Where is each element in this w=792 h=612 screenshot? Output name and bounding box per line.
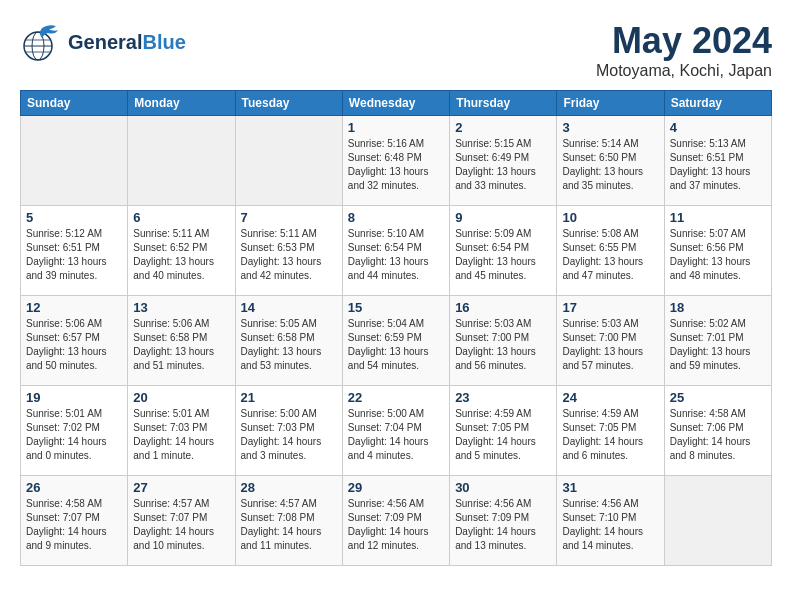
day-number: 24 xyxy=(562,390,658,405)
calendar-cell: 2Sunrise: 5:15 AM Sunset: 6:49 PM Daylig… xyxy=(450,116,557,206)
day-number: 10 xyxy=(562,210,658,225)
day-number: 26 xyxy=(26,480,122,495)
calendar-cell: 29Sunrise: 4:56 AM Sunset: 7:09 PM Dayli… xyxy=(342,476,449,566)
day-info: Sunrise: 4:59 AM Sunset: 7:05 PM Dayligh… xyxy=(455,407,551,463)
calendar-cell: 4Sunrise: 5:13 AM Sunset: 6:51 PM Daylig… xyxy=(664,116,771,206)
day-number: 1 xyxy=(348,120,444,135)
weekday-header-monday: Monday xyxy=(128,91,235,116)
day-number: 28 xyxy=(241,480,337,495)
day-number: 27 xyxy=(133,480,229,495)
page-header: GeneralBlue May 2024 Motoyama, Kochi, Ja… xyxy=(20,20,772,80)
calendar-cell: 3Sunrise: 5:14 AM Sunset: 6:50 PM Daylig… xyxy=(557,116,664,206)
calendar-cell: 5Sunrise: 5:12 AM Sunset: 6:51 PM Daylig… xyxy=(21,206,128,296)
day-number: 13 xyxy=(133,300,229,315)
day-number: 8 xyxy=(348,210,444,225)
day-number: 2 xyxy=(455,120,551,135)
day-info: Sunrise: 5:06 AM Sunset: 6:57 PM Dayligh… xyxy=(26,317,122,373)
logo: GeneralBlue xyxy=(20,20,186,64)
calendar-cell: 15Sunrise: 5:04 AM Sunset: 6:59 PM Dayli… xyxy=(342,296,449,386)
calendar-cell: 7Sunrise: 5:11 AM Sunset: 6:53 PM Daylig… xyxy=(235,206,342,296)
day-number: 11 xyxy=(670,210,766,225)
day-info: Sunrise: 4:57 AM Sunset: 7:07 PM Dayligh… xyxy=(133,497,229,553)
day-info: Sunrise: 4:56 AM Sunset: 7:10 PM Dayligh… xyxy=(562,497,658,553)
day-number: 6 xyxy=(133,210,229,225)
calendar-cell: 28Sunrise: 4:57 AM Sunset: 7:08 PM Dayli… xyxy=(235,476,342,566)
day-info: Sunrise: 5:12 AM Sunset: 6:51 PM Dayligh… xyxy=(26,227,122,283)
day-info: Sunrise: 5:01 AM Sunset: 7:03 PM Dayligh… xyxy=(133,407,229,463)
calendar-cell: 31Sunrise: 4:56 AM Sunset: 7:10 PM Dayli… xyxy=(557,476,664,566)
day-number: 30 xyxy=(455,480,551,495)
calendar-table: SundayMondayTuesdayWednesdayThursdayFrid… xyxy=(20,90,772,566)
month-title: May 2024 xyxy=(596,20,772,62)
day-number: 22 xyxy=(348,390,444,405)
weekday-header-tuesday: Tuesday xyxy=(235,91,342,116)
day-info: Sunrise: 5:16 AM Sunset: 6:48 PM Dayligh… xyxy=(348,137,444,193)
day-info: Sunrise: 4:57 AM Sunset: 7:08 PM Dayligh… xyxy=(241,497,337,553)
weekday-header-friday: Friday xyxy=(557,91,664,116)
day-info: Sunrise: 4:56 AM Sunset: 7:09 PM Dayligh… xyxy=(455,497,551,553)
calendar-cell xyxy=(235,116,342,206)
weekday-header-sunday: Sunday xyxy=(21,91,128,116)
day-info: Sunrise: 5:14 AM Sunset: 6:50 PM Dayligh… xyxy=(562,137,658,193)
day-number: 15 xyxy=(348,300,444,315)
weekday-header-wednesday: Wednesday xyxy=(342,91,449,116)
day-number: 12 xyxy=(26,300,122,315)
day-number: 19 xyxy=(26,390,122,405)
day-info: Sunrise: 5:06 AM Sunset: 6:58 PM Dayligh… xyxy=(133,317,229,373)
day-number: 5 xyxy=(26,210,122,225)
calendar-cell xyxy=(21,116,128,206)
calendar-cell: 22Sunrise: 5:00 AM Sunset: 7:04 PM Dayli… xyxy=(342,386,449,476)
day-number: 25 xyxy=(670,390,766,405)
calendar-cell: 21Sunrise: 5:00 AM Sunset: 7:03 PM Dayli… xyxy=(235,386,342,476)
calendar-cell: 30Sunrise: 4:56 AM Sunset: 7:09 PM Dayli… xyxy=(450,476,557,566)
day-number: 16 xyxy=(455,300,551,315)
weekday-header-saturday: Saturday xyxy=(664,91,771,116)
calendar-cell: 10Sunrise: 5:08 AM Sunset: 6:55 PM Dayli… xyxy=(557,206,664,296)
day-info: Sunrise: 5:00 AM Sunset: 7:04 PM Dayligh… xyxy=(348,407,444,463)
day-number: 23 xyxy=(455,390,551,405)
day-info: Sunrise: 5:02 AM Sunset: 7:01 PM Dayligh… xyxy=(670,317,766,373)
day-info: Sunrise: 4:56 AM Sunset: 7:09 PM Dayligh… xyxy=(348,497,444,553)
calendar-cell: 8Sunrise: 5:10 AM Sunset: 6:54 PM Daylig… xyxy=(342,206,449,296)
day-number: 14 xyxy=(241,300,337,315)
day-number: 7 xyxy=(241,210,337,225)
calendar-cell: 16Sunrise: 5:03 AM Sunset: 7:00 PM Dayli… xyxy=(450,296,557,386)
day-info: Sunrise: 5:00 AM Sunset: 7:03 PM Dayligh… xyxy=(241,407,337,463)
calendar-cell: 1Sunrise: 5:16 AM Sunset: 6:48 PM Daylig… xyxy=(342,116,449,206)
calendar-cell: 27Sunrise: 4:57 AM Sunset: 7:07 PM Dayli… xyxy=(128,476,235,566)
day-number: 18 xyxy=(670,300,766,315)
day-info: Sunrise: 5:09 AM Sunset: 6:54 PM Dayligh… xyxy=(455,227,551,283)
day-info: Sunrise: 5:11 AM Sunset: 6:52 PM Dayligh… xyxy=(133,227,229,283)
calendar-cell: 23Sunrise: 4:59 AM Sunset: 7:05 PM Dayli… xyxy=(450,386,557,476)
day-info: Sunrise: 4:58 AM Sunset: 7:07 PM Dayligh… xyxy=(26,497,122,553)
logo-name: GeneralBlue xyxy=(68,31,186,53)
day-info: Sunrise: 5:05 AM Sunset: 6:58 PM Dayligh… xyxy=(241,317,337,373)
day-info: Sunrise: 5:01 AM Sunset: 7:02 PM Dayligh… xyxy=(26,407,122,463)
weekday-header-thursday: Thursday xyxy=(450,91,557,116)
day-info: Sunrise: 5:03 AM Sunset: 7:00 PM Dayligh… xyxy=(455,317,551,373)
day-info: Sunrise: 4:58 AM Sunset: 7:06 PM Dayligh… xyxy=(670,407,766,463)
calendar-cell: 26Sunrise: 4:58 AM Sunset: 7:07 PM Dayli… xyxy=(21,476,128,566)
title-block: May 2024 Motoyama, Kochi, Japan xyxy=(596,20,772,80)
calendar-cell: 25Sunrise: 4:58 AM Sunset: 7:06 PM Dayli… xyxy=(664,386,771,476)
day-info: Sunrise: 5:13 AM Sunset: 6:51 PM Dayligh… xyxy=(670,137,766,193)
calendar-cell: 12Sunrise: 5:06 AM Sunset: 6:57 PM Dayli… xyxy=(21,296,128,386)
day-number: 21 xyxy=(241,390,337,405)
calendar-cell: 9Sunrise: 5:09 AM Sunset: 6:54 PM Daylig… xyxy=(450,206,557,296)
day-number: 9 xyxy=(455,210,551,225)
day-info: Sunrise: 5:03 AM Sunset: 7:00 PM Dayligh… xyxy=(562,317,658,373)
day-number: 31 xyxy=(562,480,658,495)
day-number: 4 xyxy=(670,120,766,135)
day-number: 20 xyxy=(133,390,229,405)
day-info: Sunrise: 5:08 AM Sunset: 6:55 PM Dayligh… xyxy=(562,227,658,283)
day-info: Sunrise: 4:59 AM Sunset: 7:05 PM Dayligh… xyxy=(562,407,658,463)
day-number: 29 xyxy=(348,480,444,495)
day-info: Sunrise: 5:15 AM Sunset: 6:49 PM Dayligh… xyxy=(455,137,551,193)
day-info: Sunrise: 5:04 AM Sunset: 6:59 PM Dayligh… xyxy=(348,317,444,373)
calendar-cell xyxy=(128,116,235,206)
calendar-cell: 14Sunrise: 5:05 AM Sunset: 6:58 PM Dayli… xyxy=(235,296,342,386)
calendar-cell xyxy=(664,476,771,566)
calendar-cell: 13Sunrise: 5:06 AM Sunset: 6:58 PM Dayli… xyxy=(128,296,235,386)
day-info: Sunrise: 5:10 AM Sunset: 6:54 PM Dayligh… xyxy=(348,227,444,283)
calendar-cell: 18Sunrise: 5:02 AM Sunset: 7:01 PM Dayli… xyxy=(664,296,771,386)
